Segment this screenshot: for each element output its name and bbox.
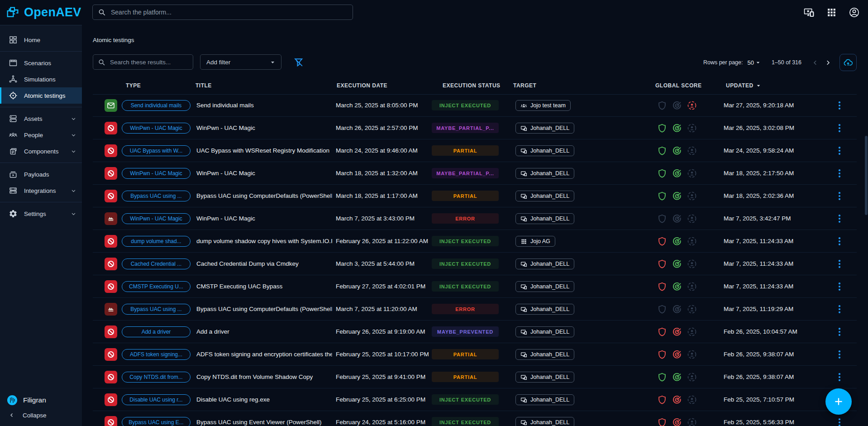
- rows-per-page-select[interactable]: 50: [747, 59, 761, 66]
- target-chip[interactable]: Jojo test team: [515, 100, 571, 111]
- column-header-execution-status[interactable]: EXECUTION STATUS: [443, 77, 501, 94]
- type-chip[interactable]: Disable UAC using r...: [122, 394, 191, 405]
- target-chip[interactable]: Johanah_DELL: [515, 258, 574, 269]
- type-icon-tile: [105, 122, 117, 134]
- row-menu-kebab-icon[interactable]: [834, 236, 845, 247]
- row-menu-kebab-icon[interactable]: [834, 123, 845, 134]
- row-menu-kebab-icon[interactable]: [834, 304, 845, 315]
- table-row[interactable]: Bypass UAC using ... Bypass UAC using Co…: [93, 185, 857, 207]
- row-menu-kebab-icon[interactable]: [834, 100, 845, 111]
- type-chip[interactable]: Cached Credential ...: [122, 258, 191, 269]
- target-chip[interactable]: Johanah_DELL: [515, 281, 574, 292]
- type-chip[interactable]: WinPwn - UAC Magic: [122, 123, 191, 134]
- type-chip[interactable]: Copy NTDS.dit from...: [122, 372, 191, 383]
- row-menu-kebab-icon[interactable]: [834, 191, 845, 201]
- target-chip[interactable]: Johanah_DELL: [515, 145, 574, 156]
- column-header-execution-date[interactable]: EXECUTION DATE: [337, 77, 387, 94]
- table-row[interactable]: WinPwn - UAC Magic WinPwn - UAC Magic Ma…: [93, 207, 857, 230]
- sidebar-item-home[interactable]: Home: [0, 32, 82, 48]
- sidebar-item-simulations[interactable]: Simulations: [0, 71, 82, 87]
- row-menu-kebab-icon[interactable]: [834, 213, 845, 224]
- table-row[interactable]: WinPwn - UAC Magic WinPwn - UAC Magic Ma…: [93, 117, 857, 139]
- global-score: [657, 282, 697, 292]
- device-targets-icon[interactable]: [803, 7, 815, 18]
- target-chip[interactable]: Johanah_DELL: [515, 326, 574, 337]
- column-header-type[interactable]: TYPE: [126, 77, 141, 94]
- sidebar-item-atomic-testings[interactable]: Atomic testings: [0, 87, 82, 104]
- export-button[interactable]: [839, 54, 857, 71]
- target-chip[interactable]: Johanah_DELL: [515, 304, 574, 315]
- type-chip[interactable]: Bypass UAC using ...: [122, 304, 191, 315]
- sidebar-item-scenarios[interactable]: Scenarios: [0, 55, 82, 71]
- account-icon[interactable]: [849, 7, 860, 18]
- type-chip[interactable]: WinPwn - UAC Magic: [122, 213, 191, 224]
- clear-filters-icon[interactable]: [293, 57, 304, 68]
- type-chip[interactable]: Send individual mails: [122, 100, 191, 111]
- add-filter-select[interactable]: Add filter: [200, 54, 281, 70]
- target-chip[interactable]: Johanah_DELL: [515, 213, 574, 224]
- type-icon-tile: [105, 99, 117, 112]
- type-chip[interactable]: CMSTP Executing U...: [122, 281, 191, 292]
- sidebar-item-assets[interactable]: Assets: [0, 110, 82, 127]
- apps-grid-icon[interactable]: [826, 7, 837, 18]
- target-chip[interactable]: Johanah_DELL: [515, 168, 574, 179]
- type-chip[interactable]: Bypass UAC using E...: [122, 417, 191, 426]
- filigran-brand[interactable]: Filigran: [0, 392, 82, 408]
- table-row[interactable]: dump volume shad... dump volume shadow c…: [93, 230, 857, 253]
- next-page-button[interactable]: [821, 56, 834, 69]
- app-logo[interactable]: OpenAEV: [5, 0, 81, 25]
- table-row[interactable]: Disable UAC using r... Disable UAC using…: [93, 388, 857, 411]
- table-row[interactable]: Bypass UAC using E... Bypass UAC using E…: [93, 411, 857, 426]
- row-menu-kebab-icon[interactable]: [834, 326, 845, 337]
- table-row[interactable]: Add a driver Add a driver February 26, 2…: [93, 321, 857, 343]
- target-chip[interactable]: Johanah_DELL: [515, 123, 574, 134]
- type-chip[interactable]: UAC Bypass with W...: [122, 145, 191, 156]
- sidebar-item-components[interactable]: Components: [0, 143, 82, 159]
- row-menu-kebab-icon[interactable]: [834, 258, 845, 269]
- results-search-input[interactable]: [109, 58, 188, 66]
- type-chip[interactable]: ADFS token signing...: [122, 349, 191, 360]
- row-menu-kebab-icon[interactable]: [834, 281, 845, 292]
- type-icon-tile: [105, 190, 117, 202]
- column-header-target[interactable]: TARGET: [513, 77, 536, 94]
- row-menu-kebab-icon[interactable]: [834, 372, 845, 383]
- execution-status-badge: MAYBE_PARTIAL_P...: [432, 168, 499, 178]
- table-row[interactable]: Bypass UAC using ... Bypass UAC using Co…: [93, 298, 857, 321]
- type-chip[interactable]: dump volume shad...: [122, 236, 191, 247]
- column-header-title[interactable]: TITLE: [196, 77, 212, 94]
- column-header-global-score[interactable]: GLOBAL SCORE: [655, 77, 701, 94]
- table-row[interactable]: ADFS token signing... ADFS token signing…: [93, 343, 857, 366]
- sidebar-item-payloads[interactable]: Payloads: [0, 166, 82, 182]
- target-chip[interactable]: Johanah_DELL: [515, 394, 574, 405]
- column-header-updated[interactable]: UPDATED: [726, 77, 762, 94]
- type-chip[interactable]: WinPwn - UAC Magic: [122, 168, 191, 179]
- row-menu-kebab-icon[interactable]: [834, 349, 845, 360]
- scrollbar-thumb[interactable]: [865, 136, 868, 215]
- table-row[interactable]: WinPwn - UAC Magic WinPwn - UAC Magic Ma…: [93, 162, 857, 185]
- table-row[interactable]: Send individual mails Send individual ma…: [93, 94, 857, 117]
- row-menu-kebab-icon[interactable]: [834, 168, 845, 179]
- previous-page-button[interactable]: [809, 56, 821, 69]
- type-chip[interactable]: Add a driver: [122, 326, 191, 337]
- sidebar-item-integrations[interactable]: Integrations: [0, 182, 82, 199]
- table-row[interactable]: Copy NTDS.dit from... Copy NTDS.dit from…: [93, 366, 857, 388]
- target-chip[interactable]: Johanah_DELL: [515, 191, 574, 201]
- type-chip[interactable]: Bypass UAC using ...: [122, 191, 191, 201]
- table-row[interactable]: CMSTP Executing U... CMSTP Executing UAC…: [93, 275, 857, 298]
- sidebar-item-people[interactable]: People: [0, 127, 82, 143]
- target-chip[interactable]: Johanah_DELL: [515, 349, 574, 360]
- target-chip[interactable]: Johanah_DELL: [515, 417, 574, 426]
- sidebar-item-settings[interactable]: Settings: [0, 206, 82, 222]
- target-chip[interactable]: Johanah_DELL: [515, 372, 574, 383]
- groups-icon: [9, 130, 18, 139]
- row-menu-kebab-icon[interactable]: [834, 145, 845, 156]
- target-chip[interactable]: Jojo AG: [515, 236, 555, 247]
- table-row[interactable]: UAC Bypass with W... UAC Bypass with WSR…: [93, 139, 857, 162]
- collapse-button[interactable]: Collapse: [0, 408, 82, 422]
- create-button[interactable]: [825, 388, 852, 415]
- platform-search-input[interactable]: [110, 8, 348, 16]
- table-row[interactable]: Cached Credential ... Cached Credential …: [93, 253, 857, 275]
- table-header: TYPETITLEEXECUTION DATEEXECUTION STATUST…: [93, 77, 857, 95]
- row-title: WinPwn - UAC Magic: [196, 117, 332, 139]
- row-menu-kebab-icon[interactable]: [834, 417, 845, 426]
